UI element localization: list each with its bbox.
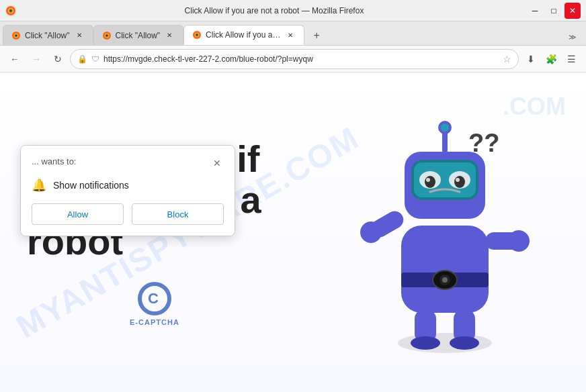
window-title: Click Allow if you are not a robot — Moz… <box>22 6 527 15</box>
tab3-close-icon[interactable]: ✕ <box>285 30 296 40</box>
captcha-c-letter: C <box>148 290 159 307</box>
svg-point-17 <box>442 277 448 283</box>
url-text: https://mvgde.check-tl-ver-227-2.com/blu… <box>103 54 499 64</box>
notification-popup: ... wants to: ✕ 🔔 Show notifications All… <box>20 145 235 236</box>
svg-point-33 <box>441 124 449 132</box>
svg-point-27 <box>425 176 435 188</box>
window-controls: ─ □ ✕ <box>527 3 581 19</box>
captcha-icon: C <box>138 282 171 315</box>
svg-point-8 <box>106 34 108 37</box>
captcha-logo: C E-CAPTCHA <box>27 282 282 326</box>
tab-list-button[interactable]: ≫ <box>564 29 581 45</box>
tab1-label: Click "Allow" <box>25 31 70 40</box>
tab2-favicon <box>102 31 112 40</box>
minimize-button[interactable]: ─ <box>527 3 543 19</box>
svg-point-35 <box>360 222 382 243</box>
more-button[interactable]: ☰ <box>562 50 581 68</box>
popup-buttons: Allow Block <box>32 203 224 225</box>
popup-notification-text: Show notifications <box>53 180 129 191</box>
popup-header: ... wants to: ✕ <box>32 156 224 170</box>
tab1-close-icon[interactable]: ✕ <box>74 30 85 41</box>
popup-notification-row: 🔔 Show notifications <box>32 178 224 193</box>
downloads-button[interactable]: ⬇ <box>521 50 540 68</box>
svg-point-20 <box>411 336 440 350</box>
extensions-button[interactable]: 🧩 <box>542 50 560 68</box>
svg-text:??: ?? <box>468 129 499 157</box>
popup-close-button[interactable]: ✕ <box>210 156 224 170</box>
tab2-close-icon[interactable]: ✕ <box>164 30 175 41</box>
shield-icon: 🛡 <box>91 54 99 64</box>
tab3-favicon <box>192 30 202 40</box>
lock-icon: 🔒 <box>77 54 87 64</box>
allow-button[interactable]: Allow <box>32 203 124 225</box>
block-button[interactable]: Block <box>132 203 224 225</box>
svg-point-30 <box>456 178 460 182</box>
robot-image: ?? <box>358 111 532 353</box>
bookmark-icon[interactable]: ☆ <box>503 54 511 64</box>
address-bar[interactable]: 🔒 🛡 https://mvgde.check-tl-ver-227-2.com… <box>70 49 519 69</box>
tab2-label: Click "Allow" <box>116 31 161 40</box>
new-tab-button[interactable]: + <box>307 26 326 45</box>
forward-button[interactable]: → <box>27 50 46 68</box>
tab-3[interactable]: Click Allow if you are not a ✕ <box>183 25 304 45</box>
svg-point-21 <box>450 336 479 350</box>
page-right: ?? <box>331 111 559 353</box>
svg-point-37 <box>508 230 530 252</box>
tab-bar: Click "Allow" ✕ Click "Allow" ✕ Click Al… <box>0 21 586 46</box>
bell-icon: 🔔 <box>32 178 46 193</box>
svg-point-5 <box>15 34 17 37</box>
svg-point-2 <box>9 9 12 12</box>
popup-wants-to-text: ... wants to: <box>32 156 76 166</box>
tab-1[interactable]: Click "Allow" ✕ <box>3 25 93 45</box>
firefox-icon <box>5 5 16 16</box>
svg-rect-13 <box>401 226 489 313</box>
svg-point-11 <box>196 34 198 36</box>
title-bar: Click Allow if you are not a robot — Moz… <box>0 0 586 21</box>
maximize-button[interactable]: □ <box>546 3 562 19</box>
tab-overflow-controls: ≫ <box>564 29 586 45</box>
refresh-button[interactable]: ↻ <box>48 50 67 68</box>
tab3-label: Click Allow if you are not a <box>206 30 281 40</box>
svg-point-29 <box>426 178 430 182</box>
svg-rect-31 <box>442 132 448 153</box>
close-button[interactable]: ✕ <box>564 3 581 19</box>
tab-2[interactable]: Click "Allow" ✕ <box>93 25 184 45</box>
captcha-label-text: E-CAPTCHA <box>130 318 179 326</box>
back-button[interactable]: ← <box>5 50 24 68</box>
nav-bar: ← → ↻ 🔒 🛡 https://mvgde.check-tl-ver-227… <box>0 46 586 72</box>
tab1-favicon <box>11 31 21 40</box>
nav-actions: ⬇ 🧩 ☰ <box>521 50 581 68</box>
page-content: MYANTISPYWARE.COM .COM Click Allow if yo… <box>0 72 586 392</box>
svg-point-28 <box>454 176 465 188</box>
